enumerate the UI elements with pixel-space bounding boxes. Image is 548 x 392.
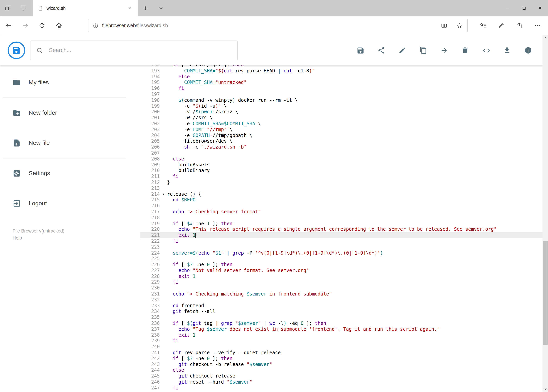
code-line[interactable]: 246 git reset --hard "$semver" xyxy=(140,379,548,385)
site-info-icon[interactable] xyxy=(92,22,98,28)
code-line[interactable]: 212} xyxy=(140,179,548,185)
code-line[interactable]: 194 else xyxy=(140,74,548,79)
code-line[interactable]: 198 $(command -v winpty) docker run --rm… xyxy=(140,97,548,103)
code-line[interactable]: 200 -v /$(pwd):/src:z \ xyxy=(140,109,548,115)
show-tab-previews-button[interactable] xyxy=(153,0,168,16)
code-line[interactable]: 216 xyxy=(140,203,548,209)
code-line[interactable]: 226 if [ $? -ne 0 ]; then xyxy=(140,261,548,267)
rename-button[interactable] xyxy=(395,44,409,57)
code-line[interactable]: 210 buildBinary xyxy=(140,168,548,173)
code-line[interactable]: 237 echo "Tag $semver does not exist in … xyxy=(140,326,548,332)
code-line[interactable]: 239 fi xyxy=(140,338,548,344)
code-line[interactable]: 204 -e GOPATH=//tmp/gopath \ xyxy=(140,132,548,138)
code-line[interactable]: 218 xyxy=(140,215,548,220)
web-notes-button[interactable] xyxy=(492,17,510,34)
more-button[interactable] xyxy=(528,17,547,34)
code-line[interactable]: 244 else xyxy=(140,367,548,373)
code-line[interactable]: 224 semver=$(echo "$1" | grep -P '^v(0|[… xyxy=(140,250,548,256)
code-line[interactable]: 193 COMMIT_SHA="$(git rev-parse HEAD | c… xyxy=(140,68,548,74)
code-line[interactable]: 242 if [ $? -ne 0 ]; then xyxy=(140,356,548,362)
code-line[interactable]: 223 xyxy=(140,244,548,250)
code-line[interactable]: 228 exit 1 xyxy=(140,273,548,279)
code-line[interactable]: 225 xyxy=(140,256,548,261)
scrollbar-thumb[interactable] xyxy=(543,241,548,345)
code-line[interactable]: 208 else xyxy=(140,156,548,162)
code-line[interactable]: 227 echo "Not valid semver format. See s… xyxy=(140,267,548,273)
code-line[interactable]: 240 xyxy=(140,344,548,350)
share-page-button[interactable] xyxy=(510,17,528,34)
refresh-button[interactable] xyxy=(34,17,50,34)
code-line[interactable]: 222 fi xyxy=(140,238,548,244)
code-line[interactable]: 213 xyxy=(140,185,548,191)
code-line[interactable]: 201 -w //src \ xyxy=(140,115,548,120)
share-button[interactable] xyxy=(375,44,388,57)
code-line[interactable]: 247 fi xyxy=(140,385,548,391)
code-line[interactable]: 236 if [ $(git tag | grep "$semver" | wc… xyxy=(140,320,548,326)
home-button[interactable] xyxy=(50,17,67,34)
info-button[interactable] xyxy=(521,44,535,57)
reading-view-button[interactable] xyxy=(438,20,450,31)
code-editor[interactable]: 192 if [ -d /src/.git ]; then193 COMMIT_… xyxy=(140,65,548,392)
code-line[interactable]: 214▾release () { xyxy=(140,191,548,197)
sidebar-item-logout[interactable]: Logout xyxy=(0,189,140,219)
move-button[interactable] xyxy=(438,44,451,57)
code-line[interactable]: 235 xyxy=(140,315,548,320)
maximize-button[interactable] xyxy=(516,0,532,16)
page-scrollbar[interactable] xyxy=(542,35,548,392)
code-line[interactable]: 196 fi xyxy=(140,85,548,91)
code-line[interactable]: 197 xyxy=(140,91,548,97)
code-line[interactable]: 205 filebrowser/dev \ xyxy=(140,138,548,144)
code-line[interactable]: 203 -e HOME="//tmp" \ xyxy=(140,126,548,132)
code-line[interactable]: 232 xyxy=(140,297,548,303)
back-button[interactable] xyxy=(0,17,17,34)
code-line[interactable]: 217 echo "> Checking semver format" xyxy=(140,209,548,215)
sidebar-item-my-files[interactable]: My files xyxy=(0,68,140,98)
code-line[interactable]: 206 sh -c "./wizard.sh -b" xyxy=(140,144,548,150)
code-line[interactable]: 230 xyxy=(140,285,548,291)
fold-arrow-icon[interactable]: ▾ xyxy=(160,191,167,197)
code-line[interactable]: 192 if [ -d /src/.git ]; then xyxy=(140,65,548,68)
code-line[interactable]: 207 xyxy=(140,150,548,156)
scroll-down-button[interactable] xyxy=(542,386,548,392)
code-line[interactable]: 202 -e COMMIT_SHA=$COMMIT_SHA \ xyxy=(140,120,548,126)
code-line[interactable]: 234 git fetch --all xyxy=(140,309,548,315)
code-line[interactable]: 195 COMMIT_SHA="untracked" xyxy=(140,79,548,85)
tab-preview-button[interactable] xyxy=(15,0,31,16)
source-code-button[interactable] xyxy=(479,44,493,57)
code-line[interactable]: 238 exit 1 xyxy=(140,332,548,338)
close-window-button[interactable] xyxy=(532,0,548,16)
code-line[interactable]: 219 if [ $# -ne 1 ]; then xyxy=(140,220,548,226)
forward-button[interactable] xyxy=(17,17,34,34)
add-favorite-button[interactable] xyxy=(453,20,465,31)
scroll-up-button[interactable] xyxy=(542,35,548,41)
save-button[interactable] xyxy=(354,44,367,57)
minimize-button[interactable] xyxy=(500,0,516,16)
search-box[interactable] xyxy=(30,41,238,60)
copy-button[interactable] xyxy=(417,44,430,57)
search-input[interactable] xyxy=(48,47,232,54)
code-line[interactable]: 241 git rev-parse --verify --quiet relea… xyxy=(140,350,548,356)
code-line[interactable]: 243 git checkout -b release "$semver" xyxy=(140,362,548,367)
sidebar-item-new-folder[interactable]: New folder xyxy=(0,98,140,128)
help-link[interactable]: Help xyxy=(13,235,22,242)
code-line[interactable]: 220 echo "This release script requires a… xyxy=(140,226,548,232)
delete-button[interactable] xyxy=(458,44,472,57)
scrollbar-track[interactable] xyxy=(542,41,548,386)
sidebar-item-new-file[interactable]: New file xyxy=(0,128,140,158)
code-line[interactable]: 231 echo "> Checking matching $semver in… xyxy=(140,291,548,297)
sidebar-item-settings[interactable]: Settings xyxy=(0,158,140,189)
code-line[interactable]: 209 buildAssets xyxy=(140,162,548,168)
code-line[interactable]: 245 git checkout release xyxy=(140,373,548,379)
tab-close-button[interactable] xyxy=(125,4,134,13)
new-tab-button[interactable] xyxy=(138,0,153,16)
code-line[interactable]: 211 fi xyxy=(140,173,548,179)
code-line[interactable]: 199 -u "$(id -u)" \ xyxy=(140,103,548,109)
code-line[interactable]: 229 fi xyxy=(140,279,548,285)
code-line[interactable]: 221 exit 1 xyxy=(140,232,548,238)
set-tabs-aside-button[interactable] xyxy=(0,0,15,16)
browser-tab[interactable]: wizard.sh xyxy=(33,0,138,16)
code-line[interactable]: 233 cd frontend xyxy=(140,303,548,309)
code-line[interactable]: 215 cd $REPO xyxy=(140,197,548,203)
download-button[interactable] xyxy=(500,44,514,57)
hub-button[interactable] xyxy=(474,17,492,34)
